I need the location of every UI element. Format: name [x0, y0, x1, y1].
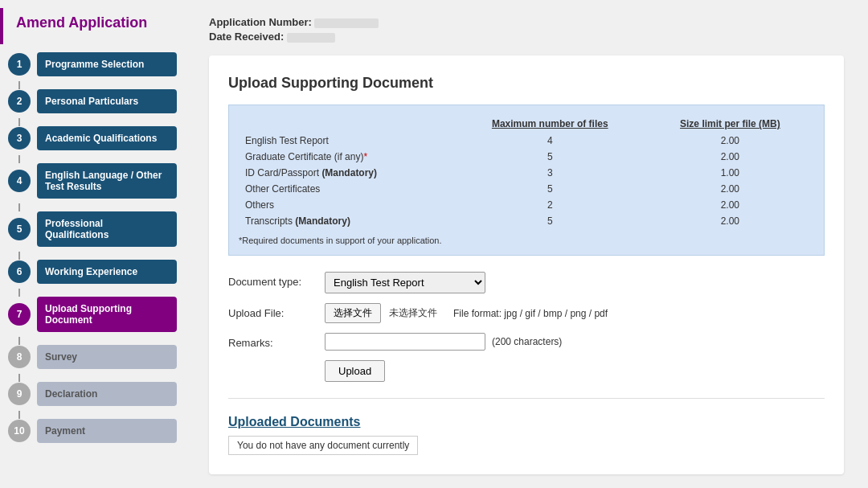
step-circle-4: 4	[8, 170, 31, 192]
required-note: *Required documents in support of your a…	[239, 236, 814, 245]
sidebar-item-payment[interactable]: 10 Payment	[0, 419, 185, 443]
upload-file-row: Upload File: 选择文件 未选择文件 File format: jpg…	[228, 303, 825, 323]
main-content: Application Number: Date Received: Uploa…	[185, 0, 868, 488]
divider	[228, 398, 825, 399]
step-circle-3: 3	[8, 127, 31, 150]
step-circle-9: 9	[8, 383, 31, 405]
sidebar-line	[18, 337, 20, 345]
table-row: English Test Report 4 2.00	[239, 133, 814, 149]
table-row: ID Card/Passport (Mandatory) 3 1.00	[239, 165, 814, 181]
doc-type-cell: Others	[239, 197, 454, 213]
no-docs-message: You do not have any document currently	[228, 436, 418, 455]
sidebar-item-survey[interactable]: 8 Survey	[0, 345, 185, 369]
sidebar-item-label: Survey	[37, 345, 177, 369]
sidebar-item-upload-supporting-document[interactable]: 7 Upload Supporting Document	[0, 297, 185, 332]
sidebar-item-english-language[interactable]: 4 English Language / Other Test Results	[0, 163, 185, 199]
sidebar-item-label: Upload Supporting Document	[37, 297, 177, 332]
sidebar-item-label: Payment	[37, 419, 177, 443]
file-format-text: File format: jpg / gif / bmp / png / pdf	[453, 308, 608, 319]
remarks-row: Remarks: (200 characters)	[228, 333, 825, 351]
step-circle-10: 10	[8, 420, 31, 442]
sidebar-item-working-experience[interactable]: 6 Working Experience	[0, 260, 185, 284]
sidebar-line	[18, 411, 20, 419]
main-card: Upload Supporting Document Maximum numbe…	[209, 55, 844, 474]
remarks-control: (200 characters)	[325, 333, 825, 351]
doc-type-cell: English Test Report	[239, 133, 454, 149]
doc-type-cell: ID Card/Passport (Mandatory)	[239, 165, 454, 181]
doc-type-label: Document type:	[228, 272, 325, 288]
remarks-input[interactable]	[325, 333, 485, 351]
size-cell: 2.00	[646, 133, 814, 149]
date-received-value	[287, 33, 335, 43]
size-cell: 2.00	[646, 213, 814, 229]
step-circle-5: 5	[8, 218, 31, 240]
sidebar-item-academic-qualifications[interactable]: 3 Academic Qualifications	[0, 126, 185, 150]
sidebar-line	[18, 289, 20, 297]
table-row: Transcripts (Mandatory) 5 2.00	[239, 213, 814, 229]
choose-file-button[interactable]: 选择文件	[325, 303, 381, 323]
sidebar-item-programme-selection[interactable]: 1 Programme Selection	[0, 52, 185, 76]
sidebar-item-label: Personal Particulars	[37, 89, 177, 113]
doc-type-cell: Other Certificates	[239, 181, 454, 197]
sidebar-line	[18, 203, 20, 211]
sidebar-item-label: Working Experience	[37, 260, 177, 284]
application-info: Application Number: Date Received:	[209, 16, 844, 43]
step-circle-6: 6	[8, 260, 31, 283]
sidebar-item-label: Professional Qualifications	[37, 211, 177, 247]
col-type	[239, 115, 454, 133]
size-cell: 2.00	[646, 197, 814, 213]
size-cell: 2.00	[646, 149, 814, 165]
sidebar-line	[18, 118, 20, 126]
sidebar-item-label: English Language / Other Test Results	[37, 163, 177, 199]
remarks-label: Remarks:	[228, 333, 325, 349]
max-files-cell: 5	[454, 213, 646, 229]
sidebar-line	[18, 252, 20, 260]
sidebar-line	[18, 374, 20, 382]
doc-type-cell: Transcripts (Mandatory)	[239, 213, 454, 229]
step-circle-2: 2	[8, 90, 31, 113]
step-circle-1: 1	[8, 53, 31, 76]
upload-file-label: Upload File:	[228, 303, 325, 319]
sidebar-item-label: Academic Qualifications	[37, 126, 177, 150]
size-cell: 2.00	[646, 181, 814, 197]
col-max-files: Maximum number of files	[454, 115, 646, 133]
page-title: Amend Application	[0, 8, 185, 44]
upload-file-control: 选择文件 未选择文件 File format: jpg / gif / bmp …	[325, 303, 825, 323]
document-table-wrapper: Maximum number of files Size limit per f…	[228, 105, 825, 256]
max-files-cell: 3	[454, 165, 646, 181]
doc-type-cell: Graduate Certificate (if any)*	[239, 149, 454, 165]
size-cell: 1.00	[646, 165, 814, 181]
sidebar-line	[18, 155, 20, 163]
uploaded-docs-title: Uploaded Documents	[228, 415, 825, 429]
doc-type-control: English Test Report Graduate Certificate…	[325, 272, 825, 293]
card-title: Upload Supporting Document	[228, 75, 825, 92]
sidebar-line	[18, 81, 20, 89]
max-files-cell: 4	[454, 133, 646, 149]
document-table: Maximum number of files Size limit per f…	[239, 115, 814, 229]
sidebar-item-label: Programme Selection	[37, 52, 177, 76]
max-files-cell: 2	[454, 197, 646, 213]
file-placeholder-text: 未选择文件	[389, 306, 437, 320]
table-row: Graduate Certificate (if any)* 5 2.00	[239, 149, 814, 165]
doc-type-row: Document type: English Test Report Gradu…	[228, 272, 825, 293]
table-row: Others 2 2.00	[239, 197, 814, 213]
app-number-label: Application Number:	[209, 16, 312, 28]
char-count-text: (200 characters)	[492, 336, 562, 347]
sidebar: Amend Application 1 Programme Selection …	[0, 0, 185, 488]
sidebar-item-professional-qualifications[interactable]: 5 Professional Qualifications	[0, 211, 185, 247]
sidebar-item-declaration[interactable]: 9 Declaration	[0, 382, 185, 406]
doc-type-select[interactable]: English Test Report Graduate Certificate…	[325, 272, 485, 293]
app-number-value	[314, 18, 379, 28]
sidebar-item-personal-particulars[interactable]: 2 Personal Particulars	[0, 89, 185, 113]
step-circle-8: 8	[8, 346, 31, 368]
date-received-label: Date Received:	[209, 31, 284, 43]
step-circle-7: 7	[8, 303, 31, 326]
upload-button[interactable]: Upload	[325, 360, 385, 382]
table-row: Other Certificates 5 2.00	[239, 181, 814, 197]
sidebar-item-label: Declaration	[37, 382, 177, 406]
max-files-cell: 5	[454, 181, 646, 197]
max-files-cell: 5	[454, 149, 646, 165]
col-size-limit: Size limit per file (MB)	[646, 115, 814, 133]
